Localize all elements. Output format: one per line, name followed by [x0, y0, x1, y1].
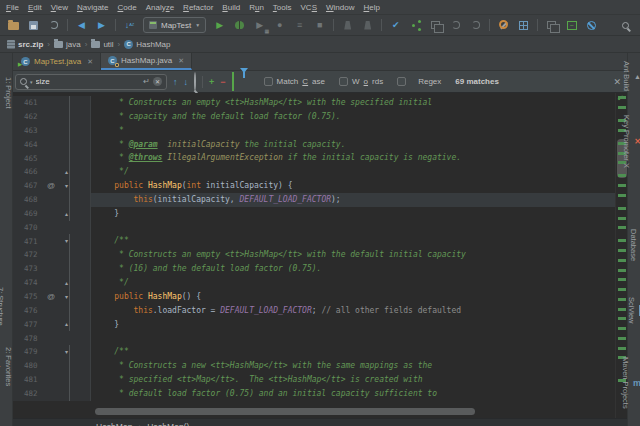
search-everywhere-button[interactable] [619, 18, 632, 32]
code-line-462[interactable]: 462 * capacity and the default load fact… [13, 110, 615, 124]
code-text[interactable]: * specified <tt>Map</tt>. The <tt>HashMa… [91, 373, 615, 387]
search-match-mark[interactable] [618, 327, 626, 330]
deploy-debug-button[interactable] [361, 18, 374, 32]
sidebar-item-structure[interactable]: 7: Structure [0, 287, 13, 326]
search-match-mark[interactable] [618, 308, 626, 311]
fold-marker-icon[interactable]: ▴ [65, 280, 68, 286]
code-line-479[interactable]: 479▾ /** [13, 345, 615, 359]
menu-refactor[interactable]: Refactor [183, 3, 213, 12]
code-line-478[interactable]: 478 [13, 331, 615, 345]
code-text[interactable]: /** [91, 345, 615, 359]
code-line-476[interactable]: 476 this.loadFactor = DEFAULT_LOAD_FACTO… [13, 304, 615, 318]
stop-button[interactable]: ■ [313, 18, 326, 32]
code-text[interactable]: /** [91, 234, 615, 248]
menu-navigate[interactable]: Navigate [77, 3, 109, 12]
search-match-mark[interactable] [618, 96, 626, 99]
search-match-mark[interactable] [618, 184, 626, 187]
search-field[interactable]: ▾ ↵ ✕ [15, 74, 167, 90]
code-text[interactable]: */ [91, 276, 615, 290]
code-line-480[interactable]: 480 * Constructs a new <tt>HashMap</tt> … [13, 359, 615, 373]
deploy-button[interactable] [341, 18, 354, 32]
code-line-474[interactable]: 474▴ */ [13, 276, 615, 290]
code-line-472[interactable]: 472 * Constructs an empty <tt>HashMap</t… [13, 248, 615, 262]
search-input[interactable] [36, 77, 141, 86]
filter-search-button[interactable] [240, 73, 248, 91]
menu-build[interactable]: Build [222, 3, 240, 12]
close-icon[interactable]: ✕ [87, 58, 93, 66]
code-text[interactable]: * [91, 124, 615, 138]
code-line-467[interactable]: 467@▾ public HashMap(int initialCapacity… [13, 179, 615, 193]
breadcrumb-src-zip[interactable]: src.zip [7, 40, 43, 49]
sidebar-item-project[interactable]: 1: Project [0, 77, 13, 109]
breadcrumb-util[interactable]: util [91, 40, 113, 49]
code-line-463[interactable]: 463 * [13, 124, 615, 138]
sidebar-item-favorites[interactable]: 2: Favorites ★ [0, 347, 13, 386]
menu-run[interactable]: Run [249, 3, 264, 12]
search-match-mark[interactable] [618, 194, 626, 197]
profiler-button[interactable]: ● [273, 18, 286, 32]
search-match-mark[interactable] [618, 226, 626, 229]
search-match-mark[interactable] [618, 239, 626, 242]
menu-tools[interactable]: Tools [273, 3, 292, 12]
fold-marker-icon[interactable]: ▴ [65, 169, 68, 175]
plugin-button[interactable] [545, 18, 558, 32]
checkbox[interactable] [264, 77, 273, 86]
code-text[interactable]: * capacity and the default load factor (… [91, 110, 615, 124]
option-regex[interactable]: Regex [397, 77, 441, 86]
sidebar-item-key-promoter-x[interactable]: ✕ Key Promoter X [628, 115, 640, 168]
sidebar-item-ant-build[interactable]: ▲ Ant Build [628, 61, 640, 91]
next-occurrence-button[interactable]: ↓ [184, 77, 189, 87]
clear-search-button[interactable]: ✕ [153, 77, 162, 86]
code-line-461[interactable]: 461 * Constructs an empty <tt>HashMap</t… [13, 96, 615, 110]
code-text[interactable]: */ [91, 165, 615, 179]
code-text[interactable]: } [91, 207, 615, 221]
previous-occurrence-button[interactable]: ↑ [173, 77, 178, 87]
fold-marker-icon[interactable]: ▴ [65, 211, 68, 217]
fold-marker-icon[interactable]: ▾ [65, 349, 68, 355]
code-text[interactable]: public HashMap() { [91, 290, 615, 304]
code-text[interactable]: * @param initialCapacity the initial cap… [91, 138, 615, 152]
code-text[interactable]: this(initialCapacity, DEFAULT_LOAD_FACTO… [91, 193, 615, 207]
run-with-coverage-button[interactable]: ▶▦ [253, 18, 266, 32]
open-in-find-window-button[interactable] [194, 73, 196, 91]
editor[interactable]: 461 * Constructs an empty <tt>HashMap</t… [13, 93, 627, 418]
code-line-473[interactable]: 473 * (16) and the default load factor (… [13, 262, 615, 276]
synchronize-button[interactable] [47, 18, 60, 32]
option-words[interactable]: Words [339, 77, 383, 86]
menu-analyze[interactable]: Analyze [146, 3, 174, 12]
search-history-dropdown-icon[interactable]: ▾ [30, 79, 33, 85]
menu-file[interactable]: File [6, 3, 19, 12]
code-text[interactable]: } [91, 318, 615, 332]
vcs-update-button[interactable]: ✔ [389, 18, 402, 32]
fold-marker-icon[interactable]: ▾ [65, 238, 68, 244]
close-search-button[interactable]: ✕ [613, 77, 621, 87]
code-line-464[interactable]: 464 * @param initialCapacity the initial… [13, 138, 615, 152]
code-line-469[interactable]: 469▴ } [13, 207, 615, 221]
code-line-481[interactable]: 481 * specified <tt>Map</tt>. The <tt>Ha… [13, 373, 615, 387]
project-structure-button[interactable] [517, 18, 530, 32]
fold-marker-icon[interactable]: ▴ [65, 321, 68, 327]
power-save-button[interactable] [585, 18, 598, 32]
menu-vcs[interactable]: VCS [301, 3, 317, 12]
run-configurable-button[interactable]: ≡ [293, 18, 306, 32]
vcs-diff-button[interactable] [429, 18, 442, 32]
checkbox[interactable] [339, 77, 348, 86]
fold-marker-icon[interactable]: ▾ [65, 183, 68, 189]
code-text[interactable]: public HashMap(int initialCapacity) { [91, 179, 615, 193]
search-match-mark[interactable] [618, 269, 626, 272]
add-occurrence-button[interactable]: + [209, 77, 214, 87]
code-line-482[interactable]: 482 * default load factor (0.75) and an … [13, 387, 615, 401]
breadcrumb-class[interactable]: HashMap [96, 422, 132, 426]
code-line-475[interactable]: 475@▾ public HashMap() { [13, 290, 615, 304]
sort-lines-button[interactable]: ↓AZ [123, 18, 136, 32]
run-configuration-select[interactable]: MapTest ▼ [143, 17, 206, 33]
search-match-mark[interactable] [618, 337, 626, 340]
code-line-470[interactable]: 470 [13, 221, 615, 235]
search-match-mark[interactable] [618, 347, 626, 350]
annotation-gutter-icon[interactable]: @ [39, 292, 63, 301]
sidebar-item-maven-projects[interactable]: m Maven Projects [628, 357, 640, 409]
select-all-occurrences-button[interactable] [232, 73, 234, 91]
vcs-history-button[interactable] [449, 18, 462, 32]
close-icon[interactable]: ✕ [178, 57, 184, 65]
checkbox[interactable] [397, 77, 406, 86]
